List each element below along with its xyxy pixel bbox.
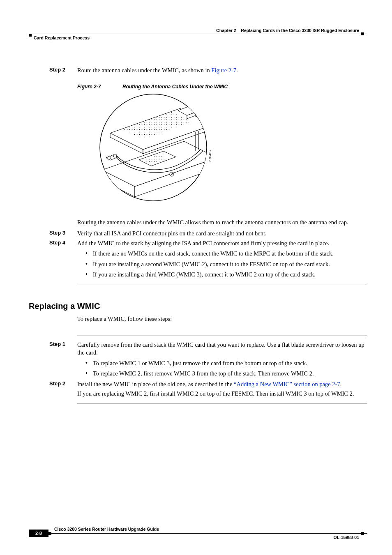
figure-number: Figure 2-7 [77, 84, 122, 90]
header-chapter: Chapter 2 Replacing Cards in the Cisco 3… [216, 28, 359, 33]
step-text-post: . [340, 381, 342, 387]
step-row: Step 2 Route the antenna cables under th… [29, 67, 367, 75]
step-body: Route the antenna cables under the WMIC,… [77, 67, 367, 75]
step-label: Step 4 [49, 240, 77, 248]
list-item: To replace WMIC 1 or WMIC 3, just remove… [85, 359, 367, 368]
figure-title: Routing the Antenna Cables Under the WMI… [122, 84, 228, 90]
footer-marker-right [361, 532, 364, 535]
step-row: Step 2 Install the new WMIC in place of … [29, 380, 367, 389]
step-body: Install the new WMIC in place of the old… [77, 380, 367, 389]
list-item: To replace WMIC 2, first remove WMIC 3 f… [85, 370, 367, 378]
header-marker-left [29, 34, 32, 37]
step-text-post: . [236, 67, 238, 74]
step-text-pre: Install the new WMIC in place of the old… [77, 381, 234, 387]
page-footer: Cisco 3200 Series Router Hardware Upgrad… [29, 533, 367, 534]
chapter-title: Replacing Cards in the Cisco 3230 ISR Ru… [241, 28, 359, 33]
paragraph: If you are replacing WMIC 2, first insta… [77, 390, 367, 398]
header-section-title: Card Replacement Process [34, 35, 90, 40]
paragraph: Routing the antenna cables under the WMI… [77, 219, 367, 227]
step-label: Step 3 [49, 230, 77, 238]
bullet-list: To replace WMIC 1 or WMIC 3, just remove… [85, 359, 367, 378]
step-label: Step 2 [49, 380, 77, 389]
step-row: Step 3 Verify that all ISA and PCI conne… [29, 230, 367, 238]
figure-id-label: 270457 [208, 150, 212, 162]
svg-point-4 [108, 156, 111, 159]
svg-point-5 [113, 154, 117, 157]
heading-replacing-wmic: Replacing a WMIC [29, 302, 367, 311]
svg-point-3 [199, 106, 202, 109]
page-number: 2-8 [29, 530, 48, 537]
step-text-pre: Route the antenna cables under the WMIC,… [77, 67, 211, 74]
list-item: If you are installing a third WMIC (WMIC… [85, 271, 367, 279]
figure-illustration: 270457 [77, 92, 229, 207]
page-header: Chapter 2 Replacing Cards in the Cisco 3… [29, 28, 367, 42]
step-body: Carefully remove from the card stack the… [77, 341, 367, 357]
header-marker-right [361, 32, 364, 35]
footer-rule [29, 533, 367, 534]
bullet-list: If there are no WMICs on the card stack,… [85, 250, 367, 279]
section-divider [77, 336, 367, 336]
step-body: Add the WMIC to the stack by aligning th… [77, 240, 367, 248]
header-rule [29, 34, 367, 34]
footer-doc-number: OL-15983-01 [334, 535, 359, 540]
step-label: Step 1 [49, 341, 77, 357]
cross-ref-link[interactable]: “Adding a New WMIC” section on page 2-7 [234, 381, 340, 387]
footer-marker-left [48, 532, 51, 535]
chapter-label: Chapter 2 [216, 28, 236, 33]
footer-book-title: Cisco 3200 Series Router Hardware Upgrad… [54, 527, 159, 532]
list-item: If there are no WMICs on the card stack,… [85, 250, 367, 258]
step-label: Step 2 [49, 67, 77, 75]
step-row: Step 1 Carefully remove from the card st… [29, 341, 367, 357]
section-divider [77, 403, 367, 403]
figure-ref-link[interactable]: Figure 2-7 [211, 67, 236, 74]
step-body: Verify that all ISA and PCI connector pi… [77, 230, 367, 238]
list-item: If you are installing a second WMIC (WMI… [85, 260, 367, 269]
figure-caption: Figure 2-7Routing the Antenna Cables Und… [77, 84, 367, 90]
paragraph: To replace a WMIC, follow these steps: [77, 315, 367, 323]
step-row: Step 4 Add the WMIC to the stack by alig… [29, 240, 367, 248]
section-divider [77, 285, 367, 285]
